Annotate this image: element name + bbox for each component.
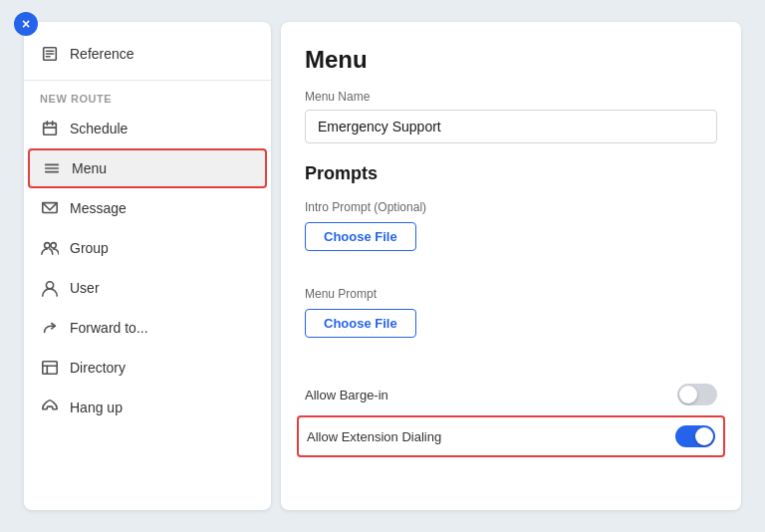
toggle-knob [679,386,697,403]
allow-barge-in-row: Allow Barge-in [305,374,717,415]
sidebar-item-forward-label: Forward to... [70,320,148,336]
sidebar-item-hangup-label: Hang up [70,399,123,415]
menu-name-group: Menu Name [305,90,717,143]
schedule-icon [40,119,60,138]
intro-prompt-choose-file-button[interactable]: Choose File [305,222,416,251]
forward-icon [40,318,60,338]
main-panel: Menu Menu Name Prompts Intro Prompt (Opt… [281,22,741,510]
toggle-knob-on [695,427,713,445]
allow-extension-dialing-toggle[interactable] [675,425,715,447]
allow-barge-in-toggle[interactable] [677,384,717,405]
svg-rect-15 [43,362,57,375]
hangup-icon [40,398,60,417]
sidebar-item-reference-label: Reference [70,46,134,62]
sidebar-item-schedule[interactable]: Schedule [24,109,271,148]
menu-name-label: Menu Name [305,90,717,104]
svg-rect-4 [44,124,57,135]
intro-prompt-label: Intro Prompt (Optional) [305,200,717,214]
message-icon [40,198,60,218]
sidebar-item-forward-to[interactable]: Forward to... [24,308,271,348]
close-button[interactable]: × [14,12,38,36]
sidebar-item-menu-label: Menu [72,160,107,176]
svg-point-12 [45,243,50,248]
new-route-label: NEW ROUTE [24,87,271,109]
sidebar-item-schedule-label: Schedule [70,121,128,136]
intro-prompt-group: Intro Prompt (Optional) Choose File [305,200,717,267]
panel-title: Menu [305,46,717,74]
sidebar-item-directory[interactable]: Directory [24,348,271,388]
sidebar-item-hangup[interactable]: Hang up [24,388,271,427]
reference-icon [40,44,60,64]
menu-prompt-label: Menu Prompt [305,287,717,301]
group-icon [40,238,60,258]
sidebar-item-group[interactable]: Group [24,228,271,268]
outer-container: × Reference NEW ROUTE Schedule Menu [14,12,751,520]
allow-barge-in-label: Allow Barge-in [305,388,388,402]
sidebar-item-message[interactable]: Message [24,188,271,228]
sidebar-item-reference[interactable]: Reference [24,34,271,74]
sidebar-item-user-label: User [70,280,100,296]
directory-icon [40,358,60,378]
menu-prompt-choose-file-button[interactable]: Choose File [305,309,416,338]
svg-point-14 [46,282,53,289]
sidebar-item-message-label: Message [70,200,127,216]
sidebar: × Reference NEW ROUTE Schedule Menu [24,22,271,510]
sidebar-item-directory-label: Directory [70,360,126,376]
svg-point-13 [51,243,56,248]
sidebar-item-user[interactable]: User [24,268,271,308]
menu-name-input[interactable] [305,110,717,143]
allow-extension-dialing-label: Allow Extension Dialing [307,429,441,444]
menu-icon [42,158,62,178]
allow-extension-dialing-row: Allow Extension Dialing [297,415,725,457]
sidebar-item-menu[interactable]: Menu [28,148,267,188]
sidebar-item-group-label: Group [70,240,109,256]
user-icon [40,278,60,298]
menu-prompt-group: Menu Prompt Choose File [305,287,717,354]
divider [24,80,271,81]
prompts-heading: Prompts [305,163,717,184]
